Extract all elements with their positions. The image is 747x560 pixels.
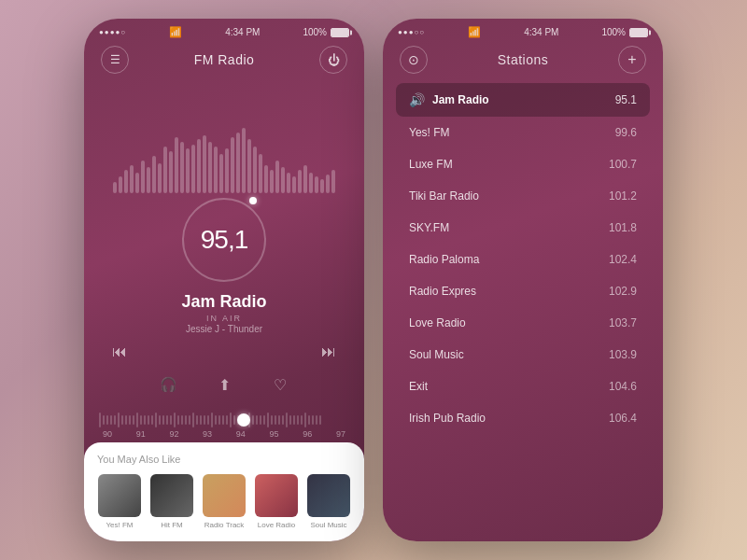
tuner-tick	[159, 415, 161, 425]
suggestion-item[interactable]: Radio Track	[202, 474, 247, 529]
station-row-name: Exit	[409, 380, 428, 393]
time-right: 4:34 PM	[524, 27, 558, 37]
action-row: 🎧 ⬆ ♡	[84, 366, 364, 403]
suggestion-label: Soul Music	[310, 521, 346, 529]
viz-bar	[326, 175, 330, 193]
stations-header: ⊙ Stations +	[383, 42, 663, 83]
viz-bar	[208, 142, 212, 193]
viz-bar	[247, 139, 251, 193]
current-track: Jessie J - Thunder	[84, 324, 364, 334]
suggestion-item[interactable]: Yes! FM	[97, 474, 142, 529]
viz-bar	[303, 165, 307, 193]
viz-bar	[236, 133, 240, 193]
tuner-tick	[289, 415, 291, 425]
suggestion-thumb	[98, 474, 141, 517]
station-row[interactable]: Radio Expres102.9	[396, 275, 650, 307]
tuner-bar[interactable]	[99, 411, 349, 429]
suggestion-item[interactable]: Soul Music	[306, 474, 351, 529]
app-title: FM Radio	[194, 52, 255, 67]
tuner-tick	[177, 415, 179, 425]
tuner-tick	[316, 415, 317, 425]
tuner-label: 91	[136, 429, 146, 439]
station-row-name: 🔊Jam Radio	[409, 92, 489, 107]
suggestion-item[interactable]: Hit FM	[149, 474, 194, 529]
suggestion-label: Hit FM	[161, 521, 183, 529]
tuner-tick	[256, 415, 258, 425]
settings-icon: ⊙	[408, 52, 419, 67]
tuner-tick	[312, 415, 314, 425]
viz-bar	[152, 156, 156, 193]
viz-bar	[113, 182, 117, 193]
add-station-button[interactable]: +	[618, 46, 646, 74]
viz-bar	[225, 148, 229, 193]
next-button[interactable]: ⏭	[321, 343, 336, 360]
suggestion-item[interactable]: Love Radio	[254, 474, 299, 529]
tuner-tick	[260, 415, 261, 425]
favorite-button[interactable]: ♡	[265, 370, 295, 399]
battery-pct-left: 100%	[303, 27, 327, 37]
share-button[interactable]: ⬆	[209, 370, 239, 399]
viz-bar	[242, 128, 246, 193]
tuner-tick	[271, 415, 273, 425]
playing-icon: 🔊	[409, 92, 425, 107]
tuner-tick	[181, 415, 183, 425]
tuner-tick	[267, 413, 269, 427]
station-row-freq: 99.6	[615, 126, 637, 139]
headphone-button[interactable]: 🎧	[153, 370, 183, 399]
time-left: 4:34 PM	[225, 27, 260, 37]
station-row-name: Irish Pub Radio	[409, 412, 486, 425]
tuner-tick	[99, 413, 101, 427]
tuner-tick	[222, 415, 224, 425]
station-row[interactable]: Exit104.6	[396, 371, 650, 402]
tuner-tick	[151, 415, 153, 425]
tuner-tick	[204, 415, 205, 425]
tuner-tick	[189, 415, 190, 425]
station-row[interactable]: Yes! FM99.6	[396, 117, 650, 148]
status-bar-left: ●●●●○ 📶 4:34 PM 100%	[84, 19, 364, 42]
power-icon: ⏻	[328, 53, 340, 67]
tuner-tick	[140, 415, 142, 425]
station-row[interactable]: Love Radio103.7	[396, 307, 650, 339]
station-row[interactable]: SKY.FM101.8	[396, 212, 650, 244]
suggestion-thumb	[255, 474, 298, 517]
station-row[interactable]: Irish Pub Radio106.4	[396, 402, 650, 434]
station-row[interactable]: Tiki Bar Radio101.2	[396, 180, 650, 212]
viz-bar	[175, 137, 178, 193]
station-row[interactable]: 🔊Jam Radio95.1	[396, 83, 650, 117]
add-icon: +	[627, 51, 636, 68]
station-row-name: Radio Paloma	[409, 253, 479, 266]
prev-button[interactable]: ⏮	[112, 343, 127, 360]
station-row-name: Love Radio	[409, 316, 466, 329]
station-row[interactable]: Radio Paloma102.4	[396, 244, 650, 275]
station-row-name: Yes! FM	[409, 126, 450, 139]
stations-list: 🔊Jam Radio95.1Yes! FM99.6Luxe FM100.7Tik…	[383, 83, 663, 541]
tuner-tick	[263, 415, 265, 425]
viz-bar	[231, 137, 234, 193]
power-button[interactable]: ⏻	[319, 46, 347, 74]
station-row-freq: 103.7	[609, 316, 637, 329]
tuner-handle[interactable]	[237, 413, 250, 427]
tuner-tick	[192, 413, 194, 427]
tuner-tick	[218, 415, 220, 425]
tuner-tick	[174, 413, 176, 427]
station-row[interactable]: Luxe FM100.7	[396, 148, 650, 180]
viz-bar	[281, 167, 285, 193]
station-row-freq: 102.9	[609, 285, 637, 298]
settings-button[interactable]: ⊙	[400, 46, 428, 74]
tuner-tick	[282, 415, 284, 425]
right-phone: ●●●○○ 📶 4:34 PM 100% ⊙ Stations + 🔊Jam R…	[383, 19, 663, 541]
viz-bar	[298, 170, 302, 193]
tuner-tick	[233, 415, 235, 425]
viz-bar	[124, 170, 128, 193]
station-row[interactable]: Soul Music103.9	[396, 339, 650, 371]
headphone-icon: 🎧	[160, 376, 177, 393]
viz-bar	[169, 151, 173, 193]
tuner-area[interactable]: 9091929394959697	[84, 403, 364, 442]
tuner-label: 90	[103, 429, 112, 439]
viz-bar	[275, 161, 279, 193]
menu-button[interactable]: ☰	[101, 46, 129, 74]
tuner-tick	[297, 415, 299, 425]
suggestion-thumb	[203, 474, 246, 517]
suggestions-grid: Yes! FMHit FMRadio TrackLove RadioSoul M…	[97, 474, 351, 529]
suggestions-title: You May Also Like	[97, 454, 351, 465]
